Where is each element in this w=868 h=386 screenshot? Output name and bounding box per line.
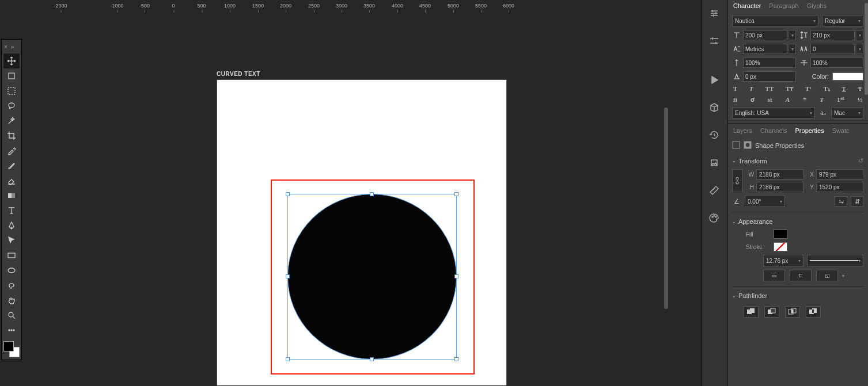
svg-rect-4 [8,193,12,198]
fractions-button[interactable]: ½ [858,96,862,104]
link-wh-button[interactable] [732,169,742,192]
subscript-button[interactable]: T₁ [823,85,829,93]
font-size-field[interactable]: 200 px▾ [732,30,796,40]
italic-button[interactable]: T [749,85,753,93]
panel-scrollbar[interactable] [865,0,868,386]
fill-swatch[interactable] [774,230,787,239]
stroke-label: Stroke [746,244,769,250]
smallcaps-button[interactable]: Tᴛ [786,85,793,93]
svg-point-10 [13,330,14,331]
close-icon[interactable]: × [4,44,7,50]
superscript-button[interactable]: T¹ [805,85,812,93]
path-select-tool[interactable] [3,233,20,248]
tab-character[interactable]: Character [733,2,761,9]
stroke-style-dropdown[interactable]: ▾ [807,255,863,266]
underline-button[interactable]: T [842,85,846,93]
section-appearance[interactable]: ⌄ Appearance [732,217,863,226]
play-icon[interactable] [706,71,723,89]
height-field[interactable]: H2188 px [746,182,803,192]
marquee-tool[interactable] [3,83,20,98]
leading-field[interactable]: 210 px▾ [799,30,863,40]
ruler-icon[interactable] [706,182,723,199]
canvas-scrollbar[interactable] [664,108,668,309]
font-style-dropdown[interactable]: Regular▾ [822,15,863,26]
artboard-tool[interactable] [3,68,20,83]
section-pathfinder[interactable]: ⌄ Pathfinder [732,291,863,300]
ordinals-button[interactable]: 1ˢᵗ [837,96,844,104]
antialias-dropdown[interactable]: Mac▾ [831,107,863,119]
baseline-field[interactable]: 0 px [732,71,796,82]
rectangle-tool[interactable] [3,248,20,263]
cube-icon[interactable] [706,99,723,116]
expand-icon[interactable]: » [11,44,14,50]
text-color-swatch[interactable] [832,72,863,81]
angle-icon: ∠ [732,198,741,205]
vscale-field[interactable]: 100% [732,58,796,68]
hand-tool[interactable] [3,293,20,308]
ordinal-button[interactable]: ơ [751,96,755,104]
pathfinder-subtract[interactable] [764,306,779,318]
brush-tool[interactable] [3,158,20,173]
pathfinder-unite[interactable] [744,306,759,318]
gradient-tool[interactable] [3,188,20,203]
tab-layers[interactable]: Layers [733,127,752,134]
more-tools[interactable] [3,323,20,338]
zoom-tool[interactable] [3,308,20,323]
color-label: Color: [812,73,829,80]
width-field[interactable]: W2188 px [746,169,803,179]
library-icon[interactable] [706,154,723,171]
stroke-caps-dropdown[interactable]: ⊏ [790,270,812,281]
custom-shape-tool[interactable] [3,278,20,293]
pathfinder-intersect[interactable] [785,306,800,318]
fraction-slash-button[interactable]: T [820,96,824,104]
foreground-swatch[interactable] [3,341,14,351]
ruler-tick: -500 [139,3,150,9]
bold-button[interactable]: T [733,85,737,93]
pathfinder-exclude[interactable] [806,306,821,318]
stroke-width-field[interactable]: 12.76 px▾ [763,255,803,266]
tab-properties[interactable]: Properties [795,127,824,134]
eyedropper-tool[interactable] [3,143,20,158]
stroke-corners-dropdown[interactable]: ◱ [816,270,838,281]
angle-field[interactable]: 0.00°▾ [745,196,785,207]
settings-sliders-icon[interactable] [706,32,723,49]
lasso-tool[interactable] [3,98,20,113]
wand-tool[interactable] [3,113,20,128]
adjustments-icon[interactable] [706,5,723,22]
kerning-field[interactable]: Metrics▾ [732,44,796,54]
type-tool[interactable] [3,203,20,218]
ellipse-tool[interactable] [3,263,20,278]
canvas[interactable]: CURVED TEXT [23,14,668,385]
allcaps-button[interactable]: TT [765,85,774,93]
tab-glyphs[interactable]: Glyphs [807,2,827,9]
reset-transform-icon[interactable]: ↺ [858,157,863,165]
stylistic-button[interactable]: st [768,96,772,104]
flip-vertical-button[interactable]: ⇵ [851,196,863,207]
justification-button[interactable]: ≡ [803,96,806,104]
swash-button[interactable]: A [786,96,790,104]
font-family-dropdown[interactable]: Nautica▾ [732,15,818,26]
eraser-tool[interactable] [3,173,20,188]
y-field[interactable]: Y1520 px [806,182,863,192]
flip-horizontal-button[interactable]: ⇋ [835,196,847,207]
tab-channels[interactable]: Channels [760,127,787,134]
move-tool[interactable] [3,53,20,68]
color-swatches[interactable] [3,341,20,357]
tab-swatches[interactable]: Swatc [832,127,850,134]
pen-tool[interactable] [3,218,20,233]
ligature-button[interactable]: fi [733,96,737,104]
crop-tool[interactable] [3,128,20,143]
ruler-tick: 4000 [392,3,403,9]
stroke-swatch[interactable] [774,242,787,251]
language-dropdown[interactable]: English: USA▾ [732,107,815,119]
tab-paragraph[interactable]: Paragraph [769,2,798,9]
stroke-align-dropdown[interactable]: ▭ [763,270,785,281]
x-field[interactable]: X979 px [806,169,863,179]
strikethrough-button[interactable]: T [858,85,862,93]
hscale-field[interactable]: 100% [799,58,863,68]
aux-panel-strip [701,0,727,386]
section-transform[interactable]: ⌄ Transform ↺ [732,156,863,166]
palette-icon[interactable] [706,209,723,227]
history-icon[interactable] [706,127,723,144]
tracking-field[interactable]: 0▾ [799,44,863,54]
